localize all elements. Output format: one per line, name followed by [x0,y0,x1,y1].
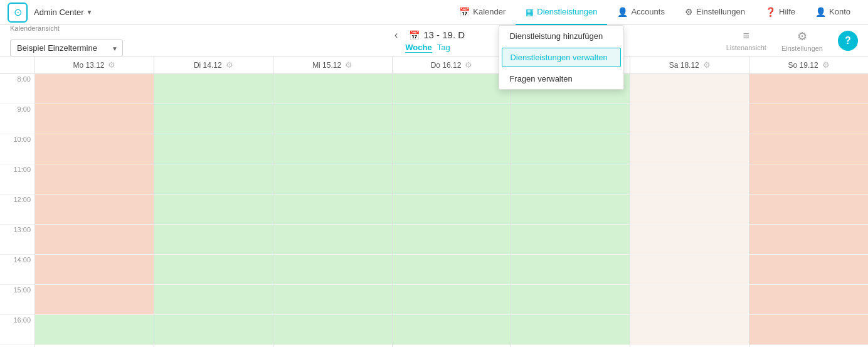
cell-so-800[interactable] [749,74,868,104]
cell-di-1000[interactable] [154,134,273,164]
cell-do-800[interactable] [393,74,511,104]
cell-sa-1500[interactable] [630,285,749,315]
cell-so-1500[interactable] [749,285,868,315]
cell-mi-800[interactable] [273,74,392,104]
cell-mo-800[interactable] [35,74,154,104]
list-view-button[interactable]: ≡ Listenansicht [726,29,766,51]
cell-so-1100[interactable] [749,164,868,195]
dienstleistungen-icon: ▦ [526,7,534,17]
kalender-select[interactable]: Beispiel Einzeltermine [10,40,123,56]
cell-so-1400[interactable] [749,255,868,285]
cell-mi-1300[interactable] [273,225,392,255]
cell-mi-1200[interactable] [273,195,392,225]
cell-so-1200[interactable] [749,195,868,225]
cell-fr-1000[interactable] [511,134,630,164]
cell-fr-1500[interactable] [511,285,630,315]
time-1600: 16:00 [0,315,34,345]
cell-mi-900[interactable] [273,104,392,134]
kalender-select-wrapper: Beispiel Einzeltermine ▼ [10,40,123,56]
cell-mo-1300[interactable] [35,225,154,255]
cell-sa-1100[interactable] [630,164,749,195]
day-gear-sa[interactable]: ⚙ [703,60,711,70]
day-col-di [154,74,273,347]
cell-mo-1600[interactable] [35,315,154,345]
day-gear-so[interactable]: ⚙ [822,60,830,70]
cell-sa-1300[interactable] [630,225,749,255]
calendar-wrapper: Mo 13.12 ⚙ Di 14.12 ⚙ Mi 15.12 ⚙ Do 16.1… [0,56,868,347]
cell-so-1300[interactable] [749,225,868,255]
help-circle-button[interactable]: ? [838,31,858,51]
nav-kalender[interactable]: 📅 Kalender [449,0,516,25]
cell-fr-1300[interactable] [511,225,630,255]
kalender-label: Kalenderansicht [10,24,123,32]
prev-arrow[interactable]: ‹ [391,29,401,41]
tab-woche[interactable]: Woche [405,43,431,53]
nav-hilfe[interactable]: ❓ Hilfe [755,0,805,25]
day-header-di: Di 14.12 ⚙ [154,56,273,73]
cell-sa-800[interactable] [630,74,749,104]
nav-konto[interactable]: 👤 Konto [805,0,860,25]
cell-so-1600[interactable] [749,315,868,345]
dropdown-manage-dienstleistungen[interactable]: Dienstleistungen verwalten [502,48,621,67]
dropdown-fragen-verwalten[interactable]: Fragen verwalten [499,68,623,89]
day-gear-do[interactable]: ⚙ [465,60,472,70]
accounts-icon: 👤 [617,7,628,17]
cell-di-900[interactable] [154,104,273,134]
cell-so-900[interactable] [749,104,868,134]
cell-mi-1000[interactable] [273,134,392,164]
cell-fr-900[interactable] [511,104,630,134]
cell-do-1500[interactable] [393,285,511,315]
admin-center-chevron: ▼ [86,9,92,16]
cell-do-900[interactable] [393,104,511,134]
cell-mi-1600[interactable] [273,315,392,345]
settings-button[interactable]: ⚙ Einstellungen [781,29,823,52]
cell-di-1600[interactable] [154,315,273,345]
date-range: 📅 13 - 19. D [409,29,465,40]
cell-fr-1200[interactable] [511,195,630,225]
cell-sa-1400[interactable] [630,255,749,285]
cell-mo-1000[interactable] [35,134,154,164]
day-header-do: Do 16.12 ⚙ [393,56,512,73]
cell-do-1000[interactable] [393,134,511,164]
cell-sa-1000[interactable] [630,134,749,164]
cell-mo-1200[interactable] [35,195,154,225]
cell-di-1100[interactable] [154,164,273,195]
cell-mo-1500[interactable] [35,285,154,315]
cell-mi-1500[interactable] [273,285,392,315]
kalender-icon: 📅 [459,7,470,17]
cell-fr-1400[interactable] [511,255,630,285]
day-gear-mo[interactable]: ⚙ [108,60,115,70]
cell-sa-1200[interactable] [630,195,749,225]
hilfe-icon: ❓ [765,7,776,17]
cell-sa-1600[interactable] [630,315,749,345]
cell-do-1100[interactable] [393,164,511,195]
cell-mi-1400[interactable] [273,255,392,285]
cell-sa-900[interactable] [630,104,749,134]
day-gear-di[interactable]: ⚙ [226,60,233,70]
admin-center-menu[interactable]: Admin Center ▼ [34,8,92,17]
cell-fr-1100[interactable] [511,164,630,195]
settings-label: Einstellungen [781,45,823,52]
day-gear-mi[interactable]: ⚙ [345,60,352,70]
dropdown-add-dienstleistung[interactable]: Dienstleistung hinzufügen [499,26,623,46]
cell-so-1000[interactable] [749,134,868,164]
cell-do-1200[interactable] [393,195,511,225]
cell-mo-1400[interactable] [35,255,154,285]
cell-mo-900[interactable] [35,104,154,134]
cell-di-1400[interactable] [154,255,273,285]
cell-do-1300[interactable] [393,225,511,255]
cell-do-1400[interactable] [393,255,511,285]
nav-dienstleistungen[interactable]: ▦ Dienstleistungen [516,0,607,25]
cell-di-1500[interactable] [154,285,273,315]
cell-mi-1100[interactable] [273,164,392,195]
nav-accounts[interactable]: 👤 Accounts [607,0,674,25]
cell-mo-1100[interactable] [35,164,154,195]
day-header-mi: Mi 15.12 ⚙ [273,56,393,73]
cell-fr-1600[interactable] [511,315,630,345]
cell-do-1600[interactable] [393,315,511,345]
cell-di-800[interactable] [154,74,273,104]
nav-einstellungen[interactable]: ⚙ Einstellungen [675,0,755,25]
cell-di-1200[interactable] [154,195,273,225]
cell-di-1300[interactable] [154,225,273,255]
tab-tag[interactable]: Tag [437,43,450,53]
